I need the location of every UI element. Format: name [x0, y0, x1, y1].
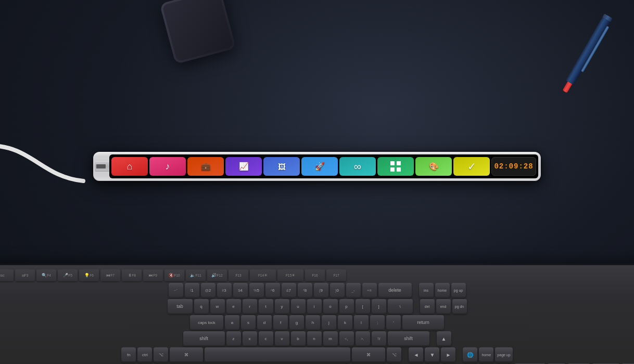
key-caps[interactable]: caps lock — [190, 315, 223, 330]
key-m[interactable]: m — [323, 331, 338, 346]
key-f15[interactable]: F15 ☀ — [277, 269, 303, 281]
key-arrow-left[interactable]: ◄ — [409, 347, 423, 362]
key-equals[interactable]: += — [362, 283, 377, 297]
key-period[interactable]: >. — [356, 331, 370, 346]
key-esc[interactable]: esc — [0, 269, 14, 281]
touchbar-btn-paint[interactable]: 🎨 — [415, 157, 452, 176]
key-7[interactable]: &7 — [282, 283, 296, 297]
key-arrow-right[interactable]: ► — [441, 347, 455, 362]
key-f12[interactable]: 🔊F12 — [207, 269, 227, 281]
key-home[interactable]: home — [435, 283, 450, 297]
key-2[interactable]: @2 — [201, 283, 215, 297]
key-f13[interactable]: F13 — [229, 269, 248, 281]
key-del-cluster[interactable]: del — [420, 299, 435, 314]
key-option-left[interactable]: ⌥ — [154, 347, 168, 362]
key-return[interactable]: return — [402, 315, 444, 330]
touchbar-btn-rocket[interactable]: 🚀 — [301, 157, 338, 176]
key-q[interactable]: q — [194, 299, 209, 314]
key-f6[interactable]: 💡F6 — [79, 269, 99, 281]
key-z[interactable]: z — [226, 331, 241, 346]
key-pgup[interactable]: pg up — [451, 283, 466, 297]
key-ctrl[interactable]: ctrl — [137, 347, 152, 362]
key-o[interactable]: o — [323, 299, 338, 314]
key-h[interactable]: h — [306, 315, 320, 330]
key-g[interactable]: g — [289, 315, 304, 330]
key-4[interactable]: $4 — [233, 283, 248, 297]
key-s[interactable]: s — [241, 315, 256, 330]
key-1[interactable]: !1 — [185, 283, 199, 297]
key-comma[interactable]: <, — [339, 331, 354, 346]
key-f16[interactable]: F16 — [305, 269, 325, 281]
key-globe[interactable]: 🌐 — [463, 347, 477, 362]
key-cmd-left[interactable]: ⌘ — [170, 347, 203, 362]
touchbar-btn-timer[interactable]: 02:09:28 — [491, 157, 536, 176]
key-f7[interactable]: ⏮F7 — [100, 269, 120, 281]
key-b[interactable]: b — [291, 331, 306, 346]
touchbar-btn-grid[interactable] — [377, 157, 414, 176]
key-fn[interactable]: fn — [121, 347, 136, 362]
key-k[interactable]: k — [338, 315, 352, 330]
key-slash[interactable]: ?/ — [372, 331, 386, 346]
key-pgdown[interactable]: pg dn — [452, 299, 467, 314]
key-f10[interactable]: 🔇F10 — [164, 269, 184, 281]
touchbar-btn-work[interactable]: 💼 — [187, 157, 224, 176]
key-3[interactable]: #3 — [217, 283, 232, 297]
key-f17[interactable]: F17 — [326, 269, 346, 281]
key-arrow-down[interactable]: ▼ — [425, 347, 439, 362]
key-tab[interactable]: tab — [168, 299, 193, 314]
key-f8[interactable]: ⏸F8 — [122, 269, 142, 281]
key-6[interactable]: ^6 — [265, 283, 280, 297]
key-p[interactable]: p — [339, 299, 354, 314]
key-semicolon[interactable]: ; — [370, 315, 385, 330]
key-ins[interactable]: ins — [419, 283, 434, 297]
key-x[interactable]: x — [243, 331, 257, 346]
key-j[interactable]: j — [322, 315, 336, 330]
key-delete[interactable]: delete — [378, 283, 412, 297]
key-lbracket[interactable]: [ — [356, 299, 370, 314]
key-v[interactable]: v — [275, 331, 289, 346]
key-f4[interactable]: 🔍F4 — [36, 269, 56, 281]
touchbar-btn-check[interactable]: ✓ — [453, 157, 490, 176]
key-i[interactable]: i — [307, 299, 322, 314]
key-9[interactable]: (9 — [314, 283, 328, 297]
touchbar-btn-chart[interactable]: 📈 — [225, 157, 262, 176]
key-minus[interactable]: _- — [346, 283, 361, 297]
touchbar-btn-game[interactable]: ∞ — [339, 157, 376, 176]
key-shift-left[interactable]: shift — [183, 331, 225, 346]
key-pageup-cluster[interactable]: page up — [495, 347, 512, 362]
key-shift-right[interactable]: shift — [388, 331, 429, 346]
key-y[interactable]: y — [275, 299, 289, 314]
touchbar-btn-photos[interactable]: 🖼 — [263, 157, 300, 176]
key-backtick[interactable]: ~` — [169, 283, 183, 297]
key-c[interactable]: c — [259, 331, 273, 346]
key-u[interactable]: u — [291, 299, 306, 314]
key-end[interactable]: end — [436, 299, 451, 314]
key-5[interactable]: %5 — [249, 283, 264, 297]
key-f3[interactable]: ⊞F3 — [15, 269, 35, 281]
key-f5[interactable]: 🎤F5 — [58, 269, 78, 281]
key-home-cluster[interactable]: home — [479, 347, 493, 362]
key-t[interactable]: t — [259, 299, 273, 314]
touchbar-btn-home[interactable]: ⌂ — [111, 157, 148, 176]
key-f14[interactable]: F14 ☀ — [250, 269, 276, 281]
key-e[interactable]: e — [226, 299, 241, 314]
key-8[interactable]: *8 — [298, 283, 312, 297]
key-backslash[interactable]: \ — [388, 299, 413, 314]
key-w[interactable]: w — [210, 299, 225, 314]
key-r[interactable]: r — [243, 299, 257, 314]
key-f9[interactable]: ⏭F9 — [143, 269, 163, 281]
key-quote[interactable]: ' — [386, 315, 401, 330]
key-option-right[interactable]: ⌥ — [387, 347, 401, 362]
key-space[interactable] — [205, 347, 350, 362]
key-rbracket[interactable]: ] — [372, 299, 386, 314]
key-f[interactable]: f — [273, 315, 288, 330]
key-arrow-up[interactable]: ▲ — [437, 331, 451, 346]
key-l[interactable]: l — [354, 315, 369, 330]
key-a[interactable]: a — [225, 315, 239, 330]
key-cmd-right[interactable]: ⌘ — [352, 347, 385, 362]
key-0[interactable]: )0 — [330, 283, 345, 297]
touchbar-btn-music[interactable]: ♪ — [149, 157, 186, 176]
key-n[interactable]: n — [307, 331, 322, 346]
key-d[interactable]: d — [257, 315, 272, 330]
key-f11[interactable]: 🔈F11 — [186, 269, 206, 281]
